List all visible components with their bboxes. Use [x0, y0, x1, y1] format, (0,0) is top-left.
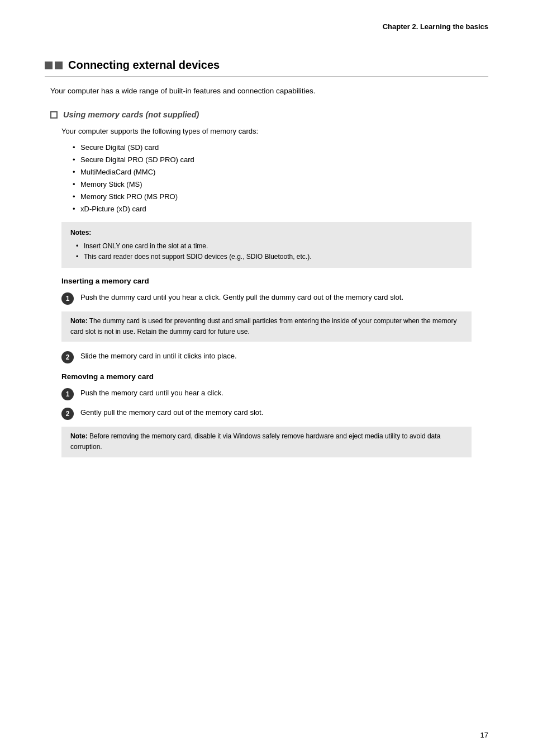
- list-item: MultiMediaCard (MMC): [73, 166, 488, 178]
- page-container: Chapter 2. Learning the basics Connectin…: [0, 0, 533, 756]
- subsection-intro: Your computer supports the following typ…: [61, 126, 488, 137]
- header-area: Chapter 2. Learning the basics: [45, 22, 488, 31]
- inserting-step1-text: Push the dummy card until you hear a cli…: [80, 292, 488, 303]
- list-item: xD-Picture (xD) card: [73, 203, 488, 215]
- inserting-step2-text: Slide the memory card in until it clicks…: [80, 351, 488, 362]
- removing-step-number-1: 1: [61, 388, 74, 400]
- list-item: Secure Digital (SD) card: [73, 141, 488, 154]
- removing-step1-text: Push the memory card until you hear a cl…: [80, 388, 488, 399]
- notes-list: Insert ONLY one card in the slot at a ti…: [70, 241, 463, 262]
- inserting-note-label: Note:: [70, 317, 88, 325]
- section-title: Connecting external devices: [68, 59, 488, 72]
- section-icons: [45, 62, 63, 69]
- subsection-heading: Using memory cards (not supplied): [50, 110, 488, 119]
- inserting-note-box: Note: The dummy card is used for prevent…: [61, 311, 472, 342]
- card-types-list: Secure Digital (SD) card Secure Digital …: [73, 141, 488, 216]
- removing-step2-text: Gently pull the memory card out of the m…: [80, 407, 488, 418]
- section-intro: Your computer has a wide range of built-…: [50, 86, 488, 97]
- chapter-title: Chapter 2. Learning the basics: [383, 22, 488, 31]
- removing-title: Removing a memory card: [61, 372, 488, 381]
- removing-note-label: Note:: [70, 432, 88, 440]
- notes-item: Insert ONLY one card in the slot at a ti…: [76, 241, 463, 252]
- removing-step2: 2 Gently pull the memory card out of the…: [61, 407, 488, 420]
- icon-square-2: [55, 62, 63, 69]
- icon-square-1: [45, 62, 53, 69]
- notes-title: Notes:: [70, 228, 463, 238]
- subsection-title: Using memory cards (not supplied): [63, 110, 199, 119]
- list-item: Secure Digital PRO (SD PRO) card: [73, 154, 488, 166]
- step-number-1: 1: [61, 292, 74, 305]
- subsection-icon: [50, 111, 58, 119]
- notes-item: This card reader does not support SDIO d…: [76, 252, 463, 262]
- removing-step1: 1 Push the memory card until you hear a …: [61, 388, 488, 400]
- inserting-step1: 1 Push the dummy card until you hear a c…: [61, 292, 488, 305]
- notes-box: Notes: Insert ONLY one card in the slot …: [61, 222, 472, 268]
- removing-note-text: Before removing the memory card, disable…: [70, 432, 440, 451]
- list-item: Memory Stick (MS): [73, 178, 488, 191]
- inserting-step2: 2 Slide the memory card in until it clic…: [61, 351, 488, 363]
- step-number-2: 2: [61, 351, 74, 363]
- list-item: Memory Stick PRO (MS PRO): [73, 191, 488, 203]
- removing-step-number-2: 2: [61, 408, 74, 420]
- inserting-note-text: The dummy card is used for preventing du…: [70, 317, 456, 336]
- removing-note-box: Note: Before removing the memory card, d…: [61, 427, 472, 457]
- main-section-heading: Connecting external devices: [45, 59, 488, 77]
- inserting-title: Inserting a memory card: [61, 277, 488, 285]
- page-number: 17: [480, 731, 488, 739]
